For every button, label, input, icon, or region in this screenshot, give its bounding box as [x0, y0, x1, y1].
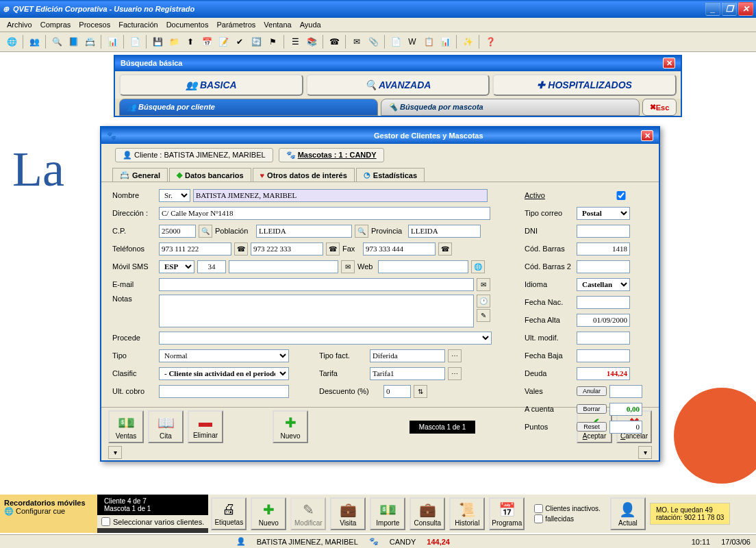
- tool-refresh-icon[interactable]: 🔄: [249, 34, 264, 49]
- tab-stats[interactable]: ◔Estadísticas: [356, 168, 425, 182]
- pob-search-icon[interactable]: 🔍: [355, 225, 368, 238]
- tool-sheet-icon[interactable]: 📊: [438, 34, 453, 49]
- tool-people-icon[interactable]: 👥: [27, 34, 42, 49]
- breadcrumb-pet[interactable]: 🐾 Mascotas : 1 : CANDY: [279, 148, 384, 162]
- menu-parametros[interactable]: Parámetros: [216, 21, 255, 29]
- scroll-left-icon[interactable]: ▾: [108, 446, 122, 459]
- tipocorreo-select[interactable]: Postal: [577, 207, 630, 220]
- tool-wand-icon[interactable]: ✨: [460, 34, 475, 49]
- tool-doc-icon[interactable]: 📄: [127, 34, 142, 49]
- tool-clip-icon[interactable]: 📎: [366, 34, 381, 49]
- tool-phone-icon[interactable]: ☎: [327, 34, 342, 49]
- email-icon[interactable]: ✉: [477, 278, 490, 291]
- cp-input[interactable]: [159, 225, 196, 238]
- menu-documentos[interactable]: Documentos: [166, 21, 209, 29]
- visita-button[interactable]: 💼Visita: [330, 497, 366, 530]
- tel2-icon[interactable]: ☎: [326, 242, 340, 256]
- inactivos-checkbox[interactable]: [534, 504, 543, 513]
- fax-input[interactable]: [363, 242, 436, 256]
- tool-books-icon[interactable]: 📚: [304, 34, 319, 49]
- tool-check-icon[interactable]: ✔: [232, 34, 247, 49]
- menu-archivo[interactable]: Archivo: [7, 21, 32, 29]
- tool-search-icon[interactable]: 🔍: [49, 34, 64, 49]
- tool-up-icon[interactable]: ⬆: [183, 34, 198, 49]
- tipo-select[interactable]: Normal: [159, 349, 289, 362]
- tarifa-input[interactable]: [370, 367, 445, 380]
- spinner-icon[interactable]: ⇅: [414, 385, 427, 398]
- movil-code-input[interactable]: [197, 260, 226, 273]
- tab-hospitalizados[interactable]: ✚ HOSPITALIZADOS: [492, 74, 677, 96]
- descuento-input[interactable]: [383, 385, 411, 398]
- tool-folder-icon[interactable]: 📁: [166, 34, 181, 49]
- web-input[interactable]: [378, 260, 468, 273]
- notas-textarea[interactable]: [159, 295, 474, 327]
- breadcrumb-client[interactable]: 👤 Cliente : BATISTA JIMENEZ, MARIBEL: [115, 148, 273, 162]
- tab-otros[interactable]: ♥Otros datos de interés: [253, 168, 355, 182]
- activo-checkbox[interactable]: [594, 191, 648, 200]
- tool-card-icon[interactable]: 📇: [82, 34, 97, 49]
- tab-basica[interactable]: 👥 BASICA: [119, 74, 303, 96]
- fax-icon[interactable]: ☎: [438, 242, 452, 256]
- tool-chart-icon[interactable]: 📊: [105, 34, 120, 49]
- salutation-select[interactable]: Sr.: [159, 189, 190, 202]
- borrar-button[interactable]: Borrar: [577, 404, 607, 414]
- tel2-input[interactable]: [251, 242, 323, 256]
- movil-country-select[interactable]: ESP: [159, 260, 194, 273]
- minimize-button[interactable]: _: [705, 2, 720, 16]
- tab-avanzada[interactable]: 🔍 AVANZADA: [306, 74, 490, 96]
- scroll-right-icon[interactable]: ▾: [638, 446, 652, 459]
- tipofact-icon[interactable]: ⋯: [448, 349, 462, 362]
- consulta-button[interactable]: 💼Consulta: [410, 497, 445, 530]
- subtab-client[interactable]: 👥 Búsqueda por cliente: [119, 99, 378, 116]
- nuevo-client-button[interactable]: ✚Nuevo: [251, 497, 286, 530]
- ultmodif-input[interactable]: [577, 332, 630, 345]
- ventas-button[interactable]: 💵Ventas: [108, 410, 144, 443]
- nuevo-pet-button[interactable]: ✚Nuevo: [273, 410, 308, 443]
- tool-note-icon[interactable]: 📝: [216, 34, 231, 49]
- email-input[interactable]: [159, 278, 474, 291]
- fechabaja-input[interactable]: [577, 349, 630, 362]
- web-icon[interactable]: 🌐: [471, 260, 485, 273]
- edit-icon[interactable]: ✎: [477, 309, 490, 322]
- dni-input[interactable]: [577, 225, 630, 238]
- historial-button[interactable]: 📜Historial: [449, 497, 485, 530]
- anular-button[interactable]: Anular: [577, 386, 607, 396]
- codbarras2-input[interactable]: [577, 260, 630, 273]
- tool-globe-icon[interactable]: 🌐: [4, 34, 19, 49]
- tool-book-icon[interactable]: 📘: [66, 34, 81, 49]
- tool-form-icon[interactable]: 📋: [421, 34, 436, 49]
- reminder-config[interactable]: Configurar cue: [16, 507, 65, 515]
- tel1-input[interactable]: [159, 242, 231, 256]
- tarifa-icon[interactable]: ⋯: [448, 367, 462, 380]
- reset-button[interactable]: Reset: [577, 422, 607, 432]
- ultcobro-input[interactable]: [159, 385, 289, 398]
- multi-select-checkbox[interactable]: [101, 517, 110, 526]
- provincia-input[interactable]: [408, 225, 481, 238]
- poblacion-input[interactable]: [256, 225, 352, 238]
- search-close-button[interactable]: ✕: [663, 58, 675, 68]
- close-button[interactable]: ✕: [738, 2, 753, 16]
- clock-icon[interactable]: 🕐: [477, 295, 490, 308]
- importe-button[interactable]: 💵Importe: [370, 497, 405, 530]
- fechanac-input[interactable]: [577, 296, 630, 309]
- eliminar-button[interactable]: ▬Eliminar: [188, 410, 223, 443]
- direccion-input[interactable]: [159, 207, 490, 220]
- tel1-icon[interactable]: ☎: [234, 242, 248, 256]
- actual-button[interactable]: 👤Actual: [610, 497, 646, 530]
- tool-cal-icon[interactable]: 📅: [199, 34, 214, 49]
- vales-input[interactable]: [609, 385, 642, 398]
- menu-facturacion[interactable]: Facturación: [118, 21, 158, 29]
- clasific-select[interactable]: - Cliente sin actividad en el periodo -: [159, 367, 289, 380]
- tool-save-icon[interactable]: 💾: [150, 34, 165, 49]
- cita-button[interactable]: 📖Cita: [148, 410, 184, 443]
- fallecidas-checkbox[interactable]: [534, 514, 543, 523]
- esc-button[interactable]: ✖ Esc: [642, 99, 677, 116]
- movil-input[interactable]: [229, 260, 338, 273]
- nombre-input[interactable]: [193, 189, 488, 202]
- fechaalta-input[interactable]: [577, 314, 630, 327]
- tool-page-icon[interactable]: 📄: [388, 34, 403, 49]
- tool-flag-icon[interactable]: ⚑: [265, 34, 280, 49]
- programa-button[interactable]: 📅Programa: [489, 497, 525, 530]
- maximize-button[interactable]: ❐: [722, 2, 737, 16]
- tool-msg-icon[interactable]: ✉: [349, 34, 364, 49]
